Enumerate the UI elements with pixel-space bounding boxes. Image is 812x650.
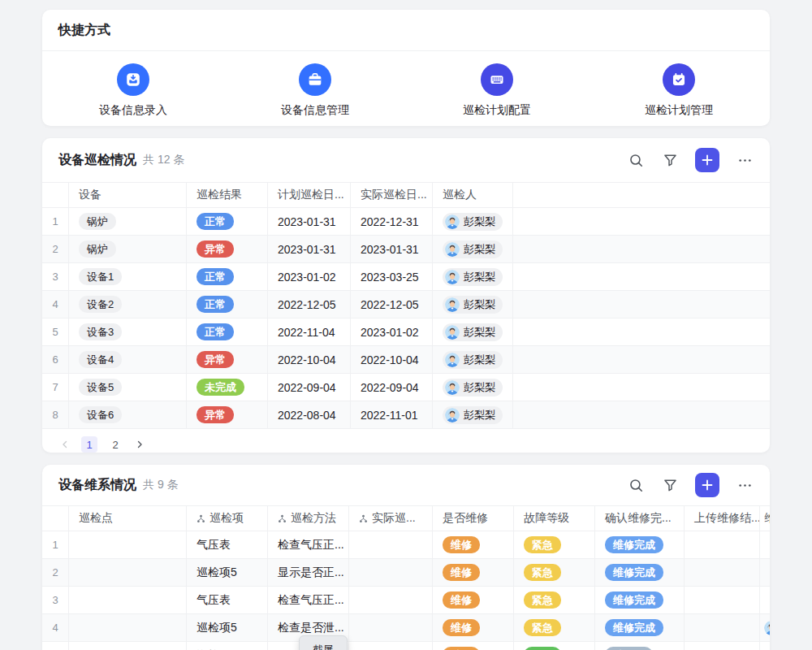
table-cell[interactable]: 维修 [433,642,514,650]
status-tag[interactable]: 紧急 [524,564,561,581]
table-cell[interactable]: 正常 [187,318,268,345]
table-cell[interactable]: 维修完成 [595,587,685,613]
status-tag[interactable]: 紧急 [524,592,561,609]
table-cell[interactable]: 维修完成 [595,531,685,558]
table-cell[interactable]: 重要 [514,642,595,650]
table-cell[interactable] [760,614,770,641]
table-cell[interactable]: 彭梨梨 [433,208,513,235]
add-record-button[interactable] [695,148,719,172]
person-chip[interactable]: 彭梨梨 [443,379,503,396]
person-chip[interactable]: 彭梨梨 [443,351,503,369]
table-cell[interactable]: 设备6 [69,401,187,428]
table-cell[interactable]: 紧急 [514,587,595,613]
filter-icon[interactable] [661,476,679,494]
column-header[interactable]: 巡检方法 [268,506,349,531]
status-tag[interactable]: 维修 [443,592,480,609]
person-chip[interactable]: 彭梨梨 [443,406,503,424]
table-cell[interactable]: 正常 [187,263,268,290]
table-cell[interactable]: 设备5 [69,374,187,401]
record-pill[interactable]: 设备3 [79,323,122,340]
cell-empty[interactable] [513,208,770,235]
cell-text[interactable]: 2022-10-04 [268,346,351,373]
cell-empty[interactable] [513,236,770,262]
cell-text[interactable]: 2023-01-31 [268,208,351,235]
table-cell[interactable]: 异常 [187,346,268,373]
status-tag[interactable]: 正常 [197,296,234,313]
cell-empty[interactable] [349,642,433,650]
status-tag[interactable]: 异常 [197,406,234,423]
record-pill[interactable]: 锅炉 [79,213,116,230]
add-record-button[interactable] [695,473,719,497]
cell-text[interactable]: 2022-09-04 [268,374,351,401]
status-tag[interactable]: 正常 [197,323,234,340]
cell-empty[interactable] [685,642,760,650]
table-cell[interactable]: 设备3 [69,318,187,345]
cell-text[interactable]: 2022-08-04 [268,401,351,428]
record-pill[interactable]: 设备1 [79,268,122,285]
cell-empty[interactable] [760,559,770,586]
table-cell[interactable]: 维修 [433,559,514,586]
record-pill[interactable]: 设备6 [79,406,122,423]
record-pill[interactable]: 设备4 [79,351,122,368]
search-icon[interactable] [627,151,645,169]
cell-empty[interactable] [513,318,770,345]
avatar-icon[interactable] [764,621,770,635]
table-cell[interactable]: 紧急 [514,614,595,641]
screenshot-tooltip[interactable]: 截屏 [299,635,348,650]
cell-text[interactable]: 2023-01-31 [351,236,433,262]
record-pill[interactable]: 设备2 [79,296,122,313]
table-cell[interactable]: 彭梨梨 [433,346,513,373]
more-icon[interactable] [736,151,754,169]
status-tag[interactable]: 维修 [443,647,480,650]
table-cell[interactable]: 锅炉 [69,236,187,262]
table-cell[interactable]: 紧急 [514,531,595,558]
cell-text[interactable]: 2023-03-25 [351,263,433,290]
cell-empty[interactable] [685,531,760,558]
page-button-2[interactable]: 2 [107,436,123,453]
page-prev-icon[interactable] [58,438,71,451]
status-tag[interactable]: 异常 [197,240,234,258]
person-chip[interactable]: 彭梨梨 [443,268,503,286]
cell-empty[interactable] [349,559,433,586]
cell-text[interactable]: 气压表 [187,531,268,558]
status-tag[interactable]: 维修完成 [605,619,663,636]
cell-text[interactable]: 巡检项5 [187,559,268,586]
table-cell[interactable]: 彭梨梨 [433,401,513,428]
column-header[interactable]: 巡检结果 [187,183,268,207]
cell-text[interactable]: 2022-11-01 [351,401,433,428]
cell-empty[interactable] [760,531,770,558]
column-header[interactable]: 实际巡检日... [351,183,433,207]
status-tag[interactable]: 紧急 [524,536,561,553]
status-tag[interactable]: 维修 [443,564,480,581]
cell-empty[interactable] [685,614,760,641]
status-tag[interactable]: 重要 [524,647,561,650]
record-pill[interactable]: 设备5 [79,379,122,396]
cell-empty[interactable] [69,559,187,586]
table-cell[interactable]: 异常 [187,236,268,262]
cell-empty[interactable] [513,401,770,428]
cell-empty[interactable] [69,642,187,650]
status-tag[interactable]: 未完成 [197,379,244,396]
status-tag[interactable]: 维修完成 [605,536,663,553]
cell-empty[interactable] [685,587,760,613]
cell-text[interactable]: 2023-01-02 [351,318,433,345]
column-header[interactable]: 是否维修 [433,506,514,531]
cell-empty[interactable] [760,642,770,650]
table-cell[interactable]: 维修 [433,531,514,558]
cell-empty[interactable] [685,559,760,586]
column-header[interactable]: 巡检点 [69,506,187,531]
column-header[interactable]: 巡检项 [187,506,268,531]
table-cell[interactable]: 设备1 [69,263,187,290]
cell-empty[interactable] [760,587,770,613]
cell-empty[interactable] [349,614,433,641]
table-cell[interactable]: 未完成 [187,374,268,401]
shortcut-plan-config[interactable]: 巡检计划配置 [406,63,588,118]
column-header[interactable]: 计划巡检日... [268,183,351,207]
table-cell[interactable]: 维修完成 [595,614,685,641]
status-tag[interactable]: 维修 [443,536,480,553]
cell-text[interactable]: 气压表 [187,587,268,613]
column-header[interactable]: 巡检人 [433,183,513,207]
table-cell[interactable]: 彭梨梨 [433,318,513,345]
cell-text[interactable]: 2022-12-05 [268,291,351,318]
page-button-1[interactable]: 1 [81,436,97,453]
